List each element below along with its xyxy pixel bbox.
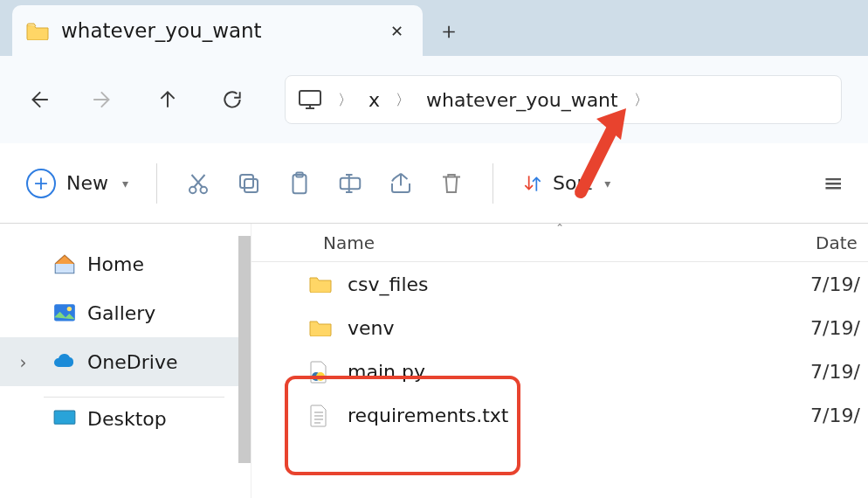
- share-button[interactable]: [388, 164, 414, 203]
- breadcrumb-segment[interactable]: whatever_you_want: [426, 89, 618, 111]
- scrollbar[interactable]: [238, 236, 251, 463]
- sidebar-item-onedrive[interactable]: OneDrive: [0, 337, 251, 386]
- chevron-right-icon[interactable]: 〉: [338, 90, 353, 110]
- up-button[interactable]: [155, 87, 180, 112]
- home-icon: [52, 252, 77, 275]
- svg-point-1: [189, 186, 196, 193]
- toolbar: + New ▾ Sort ▾ ≡: [0, 143, 868, 224]
- delete-button[interactable]: [438, 164, 465, 203]
- chevron-right-icon[interactable]: 〉: [396, 90, 410, 110]
- folder-icon: [309, 317, 334, 338]
- sort-button[interactable]: Sort ▾: [521, 164, 610, 203]
- sidebar-item-label: Desktop: [87, 408, 167, 429]
- svg-rect-10: [54, 411, 75, 424]
- forward-button[interactable]: [91, 87, 115, 112]
- file-name: csv_files: [348, 273, 810, 295]
- address-bar[interactable]: 〉 x 〉 whatever_you_want 〉: [285, 75, 842, 124]
- rename-button[interactable]: [337, 164, 363, 203]
- file-date: 7/19/: [810, 273, 868, 295]
- tab-active[interactable]: whatever_you_want ✕: [12, 5, 423, 56]
- sidebar-item-home[interactable]: Home: [0, 239, 251, 288]
- sidebar-item-label: Gallery: [87, 302, 155, 324]
- plus-circle-icon: +: [26, 169, 56, 198]
- svg-rect-3: [245, 179, 258, 192]
- sort-icon: [521, 172, 544, 195]
- chevron-right-icon[interactable]: 〉: [634, 90, 649, 110]
- chevron-down-icon: ▾: [122, 176, 128, 190]
- column-header[interactable]: ⌃ Name Date: [251, 224, 868, 262]
- divider: [156, 163, 157, 204]
- sort-label: Sort: [553, 172, 592, 194]
- view-button[interactable]: ≡: [823, 164, 842, 203]
- gallery-icon: [52, 301, 77, 324]
- file-name: main.py: [348, 361, 810, 383]
- paste-button[interactable]: [286, 164, 313, 203]
- sidebar-item-label: OneDrive: [87, 351, 177, 373]
- column-date[interactable]: Date: [816, 232, 868, 253]
- list-item[interactable]: main.py 7/19/: [251, 349, 868, 393]
- cut-button[interactable]: [185, 164, 211, 203]
- sidebar-item-gallery[interactable]: Gallery: [0, 288, 251, 337]
- nav-bar: 〉 x 〉 whatever_you_want 〉: [0, 56, 868, 143]
- folder-icon: [309, 273, 334, 294]
- sidebar-item-desktop[interactable]: Desktop: [0, 408, 251, 429]
- refresh-button[interactable]: [220, 87, 245, 112]
- column-name[interactable]: Name: [323, 232, 816, 253]
- desktop-icon: [52, 408, 77, 429]
- copy-button[interactable]: [236, 164, 262, 203]
- file-date: 7/19/: [810, 361, 868, 383]
- svg-point-13: [316, 372, 325, 381]
- new-label: New: [66, 172, 108, 194]
- svg-point-9: [67, 307, 72, 311]
- list-item[interactable]: csv_files 7/19/: [251, 262, 868, 306]
- this-pc-icon: [298, 89, 322, 110]
- sidebar: Home Gallery OneDrive Desktop: [0, 224, 251, 498]
- file-name: venv: [348, 317, 810, 339]
- file-list: ⌃ Name Date csv_files 7/19/ venv 7/19/ m…: [251, 224, 868, 498]
- divider: [493, 163, 493, 204]
- file-date: 7/19/: [810, 405, 868, 426]
- tab-title: whatever_you_want: [61, 19, 373, 42]
- list-item[interactable]: venv 7/19/: [251, 306, 868, 349]
- file-date: 7/19/: [810, 317, 868, 339]
- onedrive-icon: [52, 350, 77, 373]
- breadcrumb-segment[interactable]: x: [369, 89, 380, 111]
- python-file-icon: [309, 361, 334, 382]
- folder-icon: [26, 21, 49, 40]
- svg-rect-7: [341, 177, 361, 189]
- list-item[interactable]: requirements.txt 7/19/: [251, 393, 868, 437]
- new-button[interactable]: + New ▾: [26, 164, 128, 203]
- divider: [44, 397, 224, 398]
- new-tab-button[interactable]: ＋: [423, 5, 475, 56]
- back-button[interactable]: [26, 87, 51, 112]
- sidebar-item-label: Home: [87, 253, 144, 275]
- sort-indicator-icon: ⌃: [555, 222, 564, 234]
- tab-strip: whatever_you_want ✕ ＋: [0, 0, 868, 56]
- svg-point-2: [201, 186, 208, 193]
- svg-rect-4: [240, 175, 253, 188]
- tab-close-button[interactable]: ✕: [385, 17, 409, 45]
- file-name: requirements.txt: [348, 405, 810, 426]
- plus-icon: ＋: [437, 16, 460, 46]
- chevron-down-icon: ▾: [604, 176, 610, 190]
- svg-rect-0: [300, 91, 320, 105]
- view-options-icon: ≡: [823, 169, 842, 197]
- text-file-icon: [309, 405, 334, 425]
